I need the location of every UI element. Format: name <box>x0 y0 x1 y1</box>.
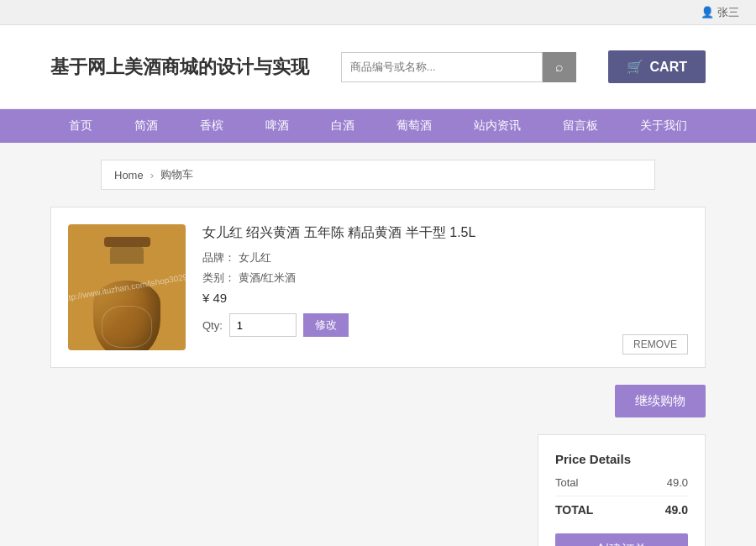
category-label: 类别： <box>202 271 235 284</box>
search-input[interactable] <box>341 52 543 82</box>
product-name: 女儿红 绍兴黄酒 五年陈 精品黄酒 半干型 1.5L <box>202 224 688 242</box>
qty-label: Qty: <box>202 319 223 332</box>
nav-item-message[interactable]: 留言板 <box>563 118 598 134</box>
jar-lid <box>104 237 150 247</box>
price-row-grand-total: TOTAL 49.0 <box>555 496 688 517</box>
search-button[interactable]: ⌕ <box>543 52 576 82</box>
product-brand: 品牌： 女儿红 <box>202 250 688 265</box>
total-value: 49.0 <box>667 476 688 489</box>
create-order-button[interactable]: 创建订单 <box>555 533 688 546</box>
user-info: 👤 张三 <box>701 5 739 20</box>
total-label: Total <box>555 476 578 489</box>
search-icon: ⌕ <box>555 60 564 75</box>
nav-item-home[interactable]: 首页 <box>69 118 92 134</box>
breadcrumb-home[interactable]: Home <box>114 169 144 181</box>
continue-row: 继续购物 <box>50 385 706 417</box>
cart-label: CART <box>650 60 687 75</box>
main-nav: 首页 简酒 香槟 啤酒 白酒 葡萄酒 站内资讯 留言板 关于我们 <box>0 109 756 143</box>
nav-item-beer[interactable]: 啤酒 <box>265 118 289 134</box>
breadcrumb-separator: › <box>150 169 154 181</box>
category-value: 黄酒/红米酒 <box>239 271 297 284</box>
grand-total-value: 49.0 <box>665 503 688 517</box>
nav-item-spirits[interactable]: 白酒 <box>331 118 354 134</box>
jar-illustration <box>85 237 169 338</box>
modify-button[interactable]: 修改 <box>303 313 349 337</box>
jar-decoration <box>102 306 152 348</box>
breadcrumb: Home › 购物车 <box>101 160 655 190</box>
continue-shopping-button[interactable]: 继续购物 <box>615 385 706 417</box>
nav-item-champagne[interactable]: 香槟 <box>200 118 223 134</box>
product-details: 女儿红 绍兴黄酒 五年陈 精品黄酒 半干型 1.5L 品牌： 女儿红 类别： 黄… <box>202 224 688 337</box>
qty-row: Qty: 修改 <box>202 313 688 337</box>
jar-body <box>93 281 160 350</box>
remove-button[interactable]: REMOVE <box>622 334 688 354</box>
breadcrumb-current: 购物车 <box>160 167 193 182</box>
product-price: ¥ 49 <box>202 291 688 305</box>
nav-item-baijiu[interactable]: 简酒 <box>134 118 158 134</box>
cart-icon: 🛒 <box>627 59 643 75</box>
nav-item-about[interactable]: 关于我们 <box>640 118 687 134</box>
cart-card: http://www.ituzhan.com/ishop30295 女儿红 绍兴… <box>50 207 706 368</box>
header: 基于网上美酒商城的设计与实现 ⌕ 🛒 CART <box>0 25 756 109</box>
product-category: 类别： 黄酒/红米酒 <box>202 270 688 286</box>
cart-item: http://www.ituzhan.com/ishop30295 女儿红 绍兴… <box>68 224 688 350</box>
price-details: Price Details Total 49.0 TOTAL 49.0 创建订单 <box>538 434 706 546</box>
nav-item-wine[interactable]: 葡萄酒 <box>396 118 432 134</box>
top-bar: 👤 张三 <box>0 0 756 25</box>
brand-label: 品牌： <box>202 251 235 264</box>
cart-button[interactable]: 🛒 CART <box>608 50 706 83</box>
grand-total-label: TOTAL <box>555 503 593 517</box>
brand-value: 女儿红 <box>239 251 271 264</box>
nav-item-news[interactable]: 站内资讯 <box>474 118 521 134</box>
price-row-total: Total 49.0 <box>555 476 688 489</box>
main-content: Home › 购物车 http://www.ituzhan.com/ishop3… <box>50 160 706 546</box>
product-image: http://www.ituzhan.com/ishop30295 <box>68 224 186 350</box>
user-icon: 👤 <box>701 6 714 18</box>
price-details-title: Price Details <box>555 452 688 466</box>
user-name: 张三 <box>717 5 739 20</box>
qty-input[interactable] <box>229 313 297 337</box>
site-logo: 基于网上美酒商城的设计与实现 <box>50 55 309 80</box>
jar-neck <box>110 247 144 264</box>
search-area: ⌕ <box>341 52 576 82</box>
